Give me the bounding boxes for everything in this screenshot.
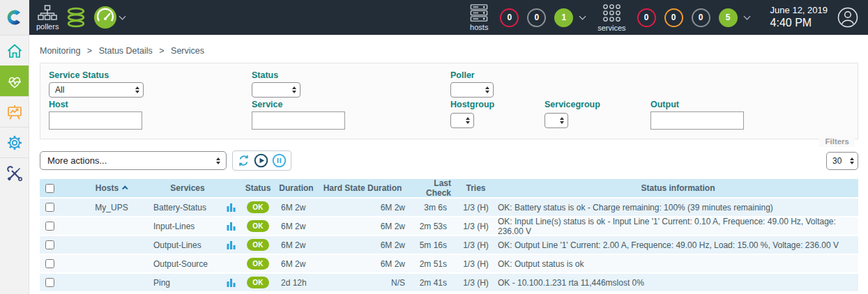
- topbar: pollers hosts 0 0 1 services 0 0: [29, 0, 868, 35]
- table-row: Output-Source OK 6M 2w 6M 2w 2m 51s 1/3 …: [40, 255, 858, 272]
- hostgroup-select[interactable]: [450, 113, 474, 128]
- output-input[interactable]: [650, 111, 744, 130]
- status-information-cell: OK: Input Line(s) status is ok - Input L…: [495, 217, 858, 236]
- service-name[interactable]: Battery-Status: [153, 203, 222, 212]
- row-checkbox[interactable]: [45, 259, 54, 268]
- service-input[interactable]: [252, 111, 345, 130]
- hard-state-duration-cell: N/S: [317, 278, 408, 288]
- database-status-icon[interactable]: [66, 6, 86, 29]
- main-content: Monitoring > Status Details > Services S…: [29, 35, 868, 294]
- centreon-logo[interactable]: [0, 0, 29, 35]
- hosts-header-label: Hosts: [96, 183, 119, 193]
- tries-cell: 1/3 (H): [457, 203, 495, 212]
- breadcrumb-services[interactable]: Services: [171, 46, 204, 56]
- last-check-header[interactable]: Last Check: [408, 178, 457, 198]
- pollers-chevron-down-icon[interactable]: [119, 13, 126, 20]
- services-critical-counter[interactable]: 0: [637, 8, 656, 27]
- page-size-select[interactable]: 30: [826, 152, 858, 170]
- row-checkbox[interactable]: [45, 222, 54, 231]
- status-label: Status: [252, 70, 278, 80]
- status-information-header[interactable]: Status information: [495, 183, 858, 193]
- sort-asc-icon: [122, 185, 128, 191]
- heart-pulse-icon: [6, 73, 23, 90]
- pollers-label: pollers: [36, 22, 59, 31]
- service-status-select[interactable]: All: [49, 82, 144, 98]
- last-check-cell: 2m 53s: [408, 222, 457, 231]
- refresh-controls: [232, 150, 291, 171]
- hosts-unknown-counter[interactable]: 0: [527, 8, 546, 27]
- table-row: Output-Lines OK 6M 2w 6M 2w 5m 16s 1/3 (…: [40, 236, 858, 254]
- breadcrumb-monitoring[interactable]: Monitoring: [40, 46, 80, 56]
- hosts-ok-counter[interactable]: 1: [554, 8, 573, 27]
- graph-icon[interactable]: [227, 240, 236, 249]
- row-checkbox[interactable]: [45, 203, 54, 212]
- services-unknown-counter[interactable]: 0: [692, 8, 710, 27]
- graph-icon[interactable]: [227, 278, 236, 287]
- current-time: 4:40 PM: [770, 16, 828, 30]
- table-row: Input-Lines OK 6M 2w 6M 2w 2m 53s 1/3 (H…: [40, 217, 858, 235]
- filters-panel-tab[interactable]: Filters: [819, 136, 855, 147]
- sidebar-item-administration[interactable]: [0, 157, 29, 188]
- services-ok-counter[interactable]: 5: [719, 8, 738, 27]
- hosts-menu[interactable]: hosts: [469, 4, 489, 31]
- service-name[interactable]: Output-Source: [153, 259, 222, 269]
- breadcrumb-status-details[interactable]: Status Details: [99, 46, 153, 56]
- service-name[interactable]: Ping: [153, 278, 222, 288]
- hosts-chevron-down-icon[interactable]: [579, 13, 586, 20]
- breadcrumb-separator: >: [159, 46, 164, 56]
- host-input[interactable]: [49, 111, 142, 130]
- sidebar-item-reporting[interactable]: [0, 96, 29, 127]
- sidebar-item-configuration[interactable]: [0, 127, 29, 157]
- hosts-column-sort[interactable]: Hosts: [70, 183, 153, 193]
- services-icon: [602, 3, 621, 22]
- status-header[interactable]: Status: [241, 183, 275, 193]
- graph-icon[interactable]: [227, 222, 236, 231]
- hostgroup-label: Hostgroup: [450, 100, 494, 109]
- poller-label: Poller: [450, 70, 475, 80]
- status-select[interactable]: [252, 82, 300, 98]
- pollers-menu[interactable]: pollers: [36, 5, 59, 31]
- sidebar-item-home[interactable]: [0, 35, 29, 65]
- host-name[interactable]: My_UPS: [70, 203, 153, 212]
- poller-select[interactable]: [450, 82, 494, 98]
- services-menu[interactable]: services: [597, 3, 625, 32]
- duration-header[interactable]: Duration: [275, 183, 317, 193]
- services-table: Hosts Services Status Duration Hard Stat…: [40, 179, 858, 291]
- select-arrows-icon: [131, 86, 139, 93]
- hard-state-duration-header[interactable]: Hard State Duration: [317, 183, 408, 193]
- refresh-icon[interactable]: [237, 154, 250, 167]
- tools-icon: [6, 165, 23, 182]
- services-chevron-down-icon[interactable]: [743, 13, 750, 20]
- select-all-checkbox[interactable]: [45, 184, 54, 193]
- graph-icon[interactable]: [227, 203, 236, 212]
- tries-header[interactable]: Tries: [457, 183, 495, 193]
- hosts-label: hosts: [470, 23, 488, 31]
- last-check-cell: 2m 41s: [408, 278, 457, 288]
- sidebar: [0, 0, 29, 294]
- service-name[interactable]: Output-Lines: [153, 240, 222, 250]
- services-header[interactable]: Services: [153, 183, 222, 193]
- status-badge: OK: [247, 220, 269, 232]
- service-status-value: All: [55, 85, 64, 95]
- user-avatar-icon[interactable]: [837, 7, 858, 28]
- more-actions-select[interactable]: More actions...: [40, 151, 227, 170]
- pause-icon[interactable]: [272, 153, 287, 168]
- row-checkbox[interactable]: [45, 240, 54, 249]
- service-name[interactable]: Input-Lines: [153, 222, 222, 231]
- select-arrows-icon: [481, 86, 489, 93]
- servicegroup-select[interactable]: [545, 113, 568, 128]
- host-label: Host: [49, 100, 68, 109]
- actions-toolbar: More actions... 30: [40, 150, 858, 171]
- services-warning-counter[interactable]: 0: [664, 8, 683, 27]
- table-header-row: Hosts Services Status Duration Hard Stat…: [40, 179, 858, 197]
- breadcrumb: Monitoring > Status Details > Services: [29, 35, 868, 63]
- play-icon[interactable]: [254, 153, 268, 168]
- select-arrows-icon: [288, 86, 296, 93]
- services-label: services: [597, 24, 625, 32]
- row-checkbox[interactable]: [45, 278, 54, 287]
- output-label: Output: [650, 100, 679, 109]
- sidebar-item-monitoring[interactable]: [0, 65, 29, 96]
- centreon-c-icon: [6, 8, 24, 26]
- latency-gauge-icon[interactable]: [93, 6, 117, 29]
- hosts-critical-counter[interactable]: 0: [500, 8, 519, 27]
